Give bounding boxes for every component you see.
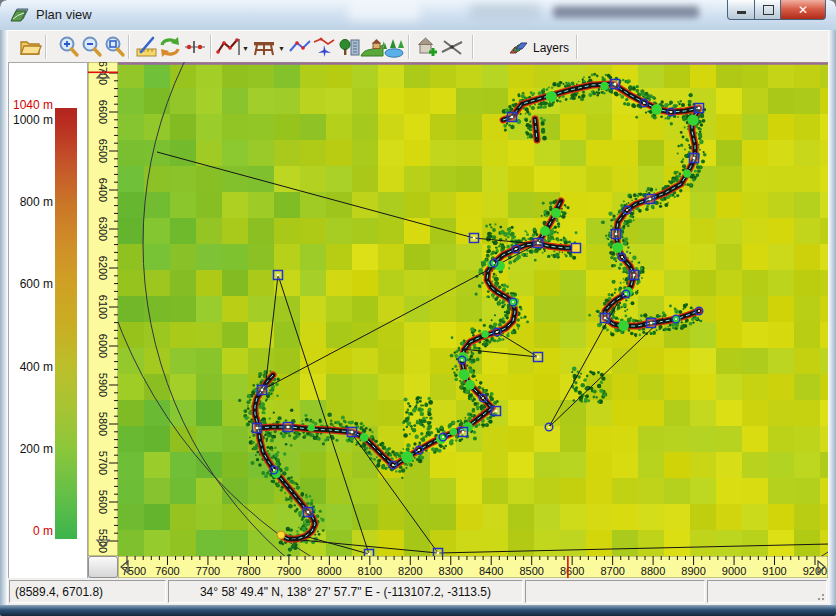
background-window-text-blur [553, 6, 699, 18]
svg-text:8600: 8600 [560, 565, 584, 577]
minimize-button[interactable] [727, 0, 756, 20]
geo-coordinates: 34° 58' 49.4" N, 138° 27' 57.7" E - (-11… [200, 585, 491, 599]
separator [408, 35, 410, 59]
waypoint-line-icon[interactable] [288, 35, 312, 59]
elevation-label: 0 m [11, 524, 53, 538]
separator [210, 35, 212, 59]
vertical-ruler[interactable]: 6700660065006400630062006100600059005800… [88, 62, 118, 556]
svg-text:5900: 5900 [97, 373, 109, 397]
status-panel-empty [525, 580, 705, 603]
status-bar: (8589.4, 6701.8) 34° 58' 49.4" N, 138° 2… [8, 578, 828, 605]
svg-text:8300: 8300 [439, 565, 463, 577]
svg-text:7600: 7600 [155, 565, 179, 577]
forest-pond-icon[interactable] [382, 35, 406, 59]
svg-text:8700: 8700 [600, 565, 624, 577]
layers-button[interactable]: Layers [508, 36, 592, 59]
svg-text:8000: 8000 [317, 565, 341, 577]
svg-text:5700: 5700 [97, 451, 109, 475]
svg-text:6400: 6400 [97, 178, 109, 202]
glass-reflection [470, 4, 540, 19]
svg-text:5800: 5800 [97, 412, 109, 436]
chevron-down-icon[interactable]: ▼ [242, 45, 249, 52]
window-right-border [828, 30, 836, 605]
tree-building-icon[interactable] [338, 35, 362, 59]
flightpath-icon[interactable] [312, 35, 336, 59]
window-left-border [0, 30, 8, 605]
svg-text:9200: 9200 [803, 565, 827, 577]
measure-icon[interactable] [135, 35, 159, 59]
svg-text:8500: 8500 [519, 565, 543, 577]
geo-coordinates-panel: 34° 58' 49.4" N, 138° 27' 57.7" E - (-11… [168, 580, 523, 603]
separator [472, 35, 474, 59]
bridge-tool-icon[interactable] [252, 35, 276, 59]
svg-text:9100: 9100 [762, 565, 786, 577]
open-folder-icon[interactable] [18, 35, 42, 59]
close-icon: ✕ [798, 3, 808, 17]
svg-text:8800: 8800 [641, 565, 665, 577]
split-line-icon[interactable] [183, 35, 207, 59]
svg-text:7800: 7800 [236, 565, 260, 577]
minimize-icon [737, 11, 746, 14]
layers-icon [508, 38, 528, 58]
svg-text:6000: 6000 [97, 334, 109, 358]
chevron-down-icon[interactable]: ▼ [278, 45, 285, 52]
refresh-icon[interactable] [158, 35, 182, 59]
title-bar[interactable]: Plan view ✕ [0, 0, 836, 30]
ruler-corner-button[interactable] [88, 556, 118, 578]
svg-text:6600: 6600 [97, 100, 109, 124]
svg-text:7700: 7700 [196, 565, 220, 577]
zoom-in-icon[interactable] [57, 35, 81, 59]
svg-text:5600: 5600 [97, 490, 109, 514]
svg-text:8900: 8900 [681, 565, 705, 577]
endpoint-marker[interactable] [277, 531, 285, 539]
restore-button[interactable] [754, 0, 782, 20]
svg-text:6300: 6300 [97, 217, 109, 241]
elevation-label: 400 m [11, 360, 53, 374]
svg-text:6700: 6700 [97, 62, 109, 85]
svg-text:6100: 6100 [97, 295, 109, 319]
map-canvas[interactable] [118, 62, 828, 556]
svg-text:6500: 6500 [97, 139, 109, 163]
separator [128, 35, 130, 59]
zoom-out-icon[interactable] [80, 35, 104, 59]
elevation-label: 800 m [11, 195, 53, 209]
elevation-gradient-bar [55, 108, 77, 539]
plan-view-window: Plan view ✕ [0, 0, 836, 616]
svg-text:5500: 5500 [97, 529, 109, 553]
svg-text:8400: 8400 [479, 565, 503, 577]
elevation-label: 200 m [11, 442, 53, 456]
close-button[interactable]: ✕ [780, 0, 826, 20]
terrain-layer [118, 62, 828, 556]
glass-reflection [348, 3, 420, 21]
svg-text:8100: 8100 [358, 565, 382, 577]
elevation-label: 1000 m [11, 113, 53, 127]
intersect-icon[interactable] [440, 35, 464, 59]
plan-view-icon [10, 6, 30, 23]
toolbar: ▼ ▼ [0, 30, 836, 64]
polyline-tool-icon[interactable] [216, 35, 240, 59]
separator [576, 35, 578, 59]
elevation-scale-panel: 1040 m1000 m800 m600 m400 m200 m0 m [8, 62, 88, 580]
svg-text:8200: 8200 [398, 565, 422, 577]
restore-icon [763, 5, 774, 15]
svg-text:6200: 6200 [97, 256, 109, 280]
terrain-house-icon[interactable] [360, 35, 384, 59]
window-title: Plan view [36, 7, 92, 22]
svg-text:9000: 9000 [722, 565, 746, 577]
svg-text:7900: 7900 [277, 565, 301, 577]
elevation-label: 600 m [11, 277, 53, 291]
layers-label: Layers [533, 41, 569, 55]
cursor-position-panel: (8589.4, 6701.8) [9, 580, 166, 603]
zoom-region-icon[interactable] [103, 35, 127, 59]
cursor-position: (8589.4, 6701.8) [15, 585, 103, 599]
status-panel-empty [707, 580, 827, 603]
selected-square-marker[interactable] [572, 244, 581, 253]
horizontal-ruler[interactable]: 7500760077007800790080008100820083008400… [118, 556, 828, 578]
resize-grip[interactable] [815, 591, 825, 601]
add-object-icon[interactable] [415, 35, 439, 59]
window-bottom-border [0, 605, 836, 616]
separator [45, 35, 47, 59]
elevation-label: 1040 m [11, 98, 53, 112]
